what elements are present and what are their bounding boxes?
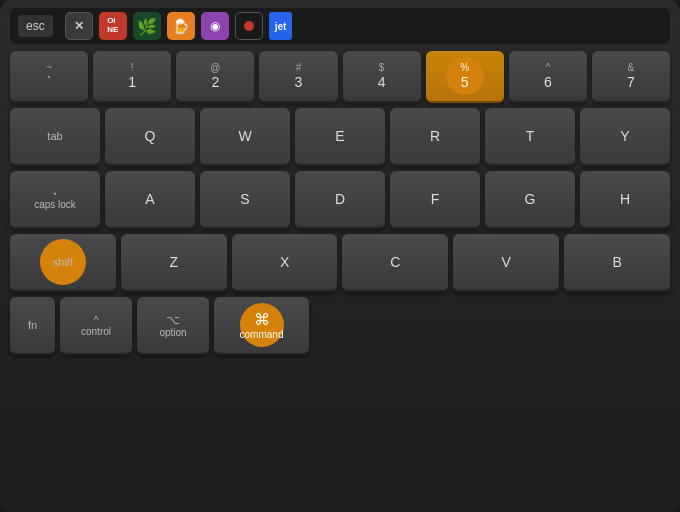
tb-record-icon[interactable]	[235, 12, 263, 40]
tb-swirl-icon[interactable]: ◉	[201, 12, 229, 40]
keyboard: esc ✕ OlNE 🌿 🍺 ◉ jet ~ ` ! 1	[0, 0, 680, 512]
tb-beer-icon[interactable]: 🍺	[167, 12, 195, 40]
key-2[interactable]: @ 2	[176, 51, 254, 103]
key-4[interactable]: $ 4	[343, 51, 421, 103]
key-y[interactable]: Y	[580, 108, 670, 166]
key-6[interactable]: ^ 6	[509, 51, 587, 103]
key-c[interactable]: C	[342, 234, 448, 292]
zxcv-row: shift Z X C V B	[10, 234, 670, 292]
key-caps-lock[interactable]: • caps lock	[10, 171, 100, 229]
key-t[interactable]: T	[485, 108, 575, 166]
key-7[interactable]: & 7	[592, 51, 670, 103]
tb-newspaper-icon[interactable]: OlNE	[99, 12, 127, 40]
key-z[interactable]: Z	[121, 234, 227, 292]
key-1[interactable]: ! 1	[93, 51, 171, 103]
asdf-row: • caps lock A S D F G H	[10, 171, 670, 229]
key-tab[interactable]: tab	[10, 108, 100, 166]
number-row: ~ ` ! 1 @ 2 # 3 $ 4 % 5 ^ 6 & 7	[10, 51, 670, 103]
key-v[interactable]: V	[453, 234, 559, 292]
key-q[interactable]: Q	[105, 108, 195, 166]
tb-jetbrains-icon[interactable]: jet	[269, 12, 293, 40]
key-h[interactable]: H	[580, 171, 670, 229]
key-f[interactable]: F	[390, 171, 480, 229]
key-e[interactable]: E	[295, 108, 385, 166]
esc-key[interactable]: esc	[18, 15, 53, 37]
tb-leaf-icon[interactable]: 🌿	[133, 12, 161, 40]
key-command[interactable]: ⌘ command	[214, 297, 309, 355]
key-d[interactable]: D	[295, 171, 385, 229]
key-b[interactable]: B	[564, 234, 670, 292]
qwerty-row: tab Q W E R T Y	[10, 108, 670, 166]
key-5[interactable]: % 5	[426, 51, 504, 103]
touch-bar: esc ✕ OlNE 🌿 🍺 ◉ jet	[10, 8, 670, 44]
key-3[interactable]: # 3	[259, 51, 337, 103]
key-backtick[interactable]: ~ `	[10, 51, 88, 103]
key-shift-left[interactable]: shift	[10, 234, 116, 292]
key-x[interactable]: X	[232, 234, 338, 292]
key-a[interactable]: A	[105, 171, 195, 229]
key-option[interactable]: ⌥ option	[137, 297, 209, 355]
key-control[interactable]: ^ control	[60, 297, 132, 355]
key-s[interactable]: S	[200, 171, 290, 229]
key-r[interactable]: R	[390, 108, 480, 166]
bottom-row: fn ^ control ⌥ option ⌘ command	[10, 297, 670, 355]
tb-close-icon[interactable]: ✕	[65, 12, 93, 40]
key-g[interactable]: G	[485, 171, 575, 229]
key-w[interactable]: W	[200, 108, 290, 166]
key-fn[interactable]: fn	[10, 297, 55, 355]
